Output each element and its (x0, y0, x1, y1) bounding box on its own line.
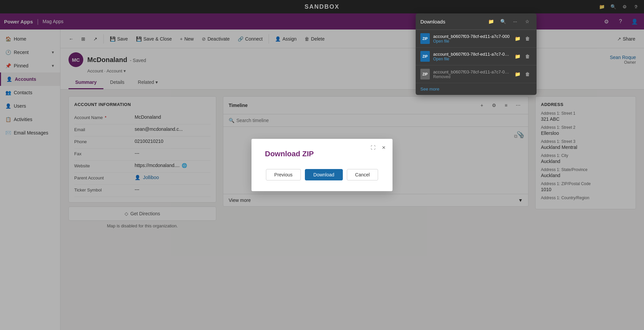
downloads-panel: Downloads 📁 🔍 ··· ☆ ZIP account_b0607f03… (416, 13, 537, 95)
dl-delete-1[interactable]: 🗑 (523, 34, 532, 43)
modal-cancel-button[interactable]: Cancel (347, 169, 378, 180)
downloads-folder-icon[interactable]: 📁 (486, 17, 496, 26)
downloads-more-icon[interactable]: ··· (510, 17, 520, 26)
dl-file-icon-2: ZIP (420, 51, 430, 62)
dl-actions-2: 📁 🗑 (513, 52, 532, 61)
modal-controls: ⛶ ✕ (368, 143, 388, 152)
modal-download-button[interactable]: Download (305, 169, 342, 180)
downloads-search-icon[interactable]: 🔍 (498, 17, 508, 26)
dl-info-2: account_b0607f03-78cf-ed11-a7c7-000d3ae1… (433, 52, 510, 61)
dl-filename-3: account_b0607f03-78cf-ed11-a7c7-000d3ae1… (433, 69, 510, 74)
download-item-1: ZIP account_b0607f03-78cf-ed11-a7c7-000 … (416, 30, 537, 48)
dl-file-icon-1: ZIP (420, 33, 430, 44)
dl-actions-1: 📁 🗑 (513, 34, 532, 43)
modal-buttons: Previous Download Cancel (265, 169, 379, 180)
dl-save-to-folder-3[interactable]: 📁 (513, 70, 522, 78)
dl-filename-2: account_b0607f03-78cf-ed11-a7c7-000d3ae1… (433, 52, 510, 57)
download-item-2: ZIP account_b0607f03-78cf-ed11-a7c7-000d… (416, 48, 537, 65)
downloads-title: Downloads (420, 19, 484, 24)
dl-filename-1: account_b0607f03-78cf-ed11-a7c7-000 (433, 34, 510, 39)
dl-info-1: account_b0607f03-78cf-ed11-a7c7-000 Open… (433, 34, 510, 44)
dl-delete-3[interactable]: 🗑 (523, 70, 532, 78)
modal-title: Download ZIP (265, 150, 379, 158)
dl-status-removed-3: Removed (433, 74, 510, 79)
dl-open-file-1[interactable]: Open file (433, 39, 510, 44)
modal-close-button[interactable]: ✕ (379, 143, 388, 152)
download-item-3: ZIP account_b0607f03-78cf-ed11-a7c7-000d… (416, 65, 537, 83)
dl-file-icon-3: ZIP (420, 69, 430, 79)
modal-overlay: ⛶ ✕ Download ZIP Previous Download Cance… (0, 0, 644, 330)
modal-expand-button[interactable]: ⛶ (368, 143, 378, 152)
see-more-link[interactable]: See more (416, 83, 537, 95)
dl-actions-3: 📁 🗑 (513, 70, 532, 78)
dl-save-to-folder-1[interactable]: 📁 (513, 34, 522, 43)
downloads-pin-icon[interactable]: ☆ (522, 17, 532, 26)
modal-dialog: ⛶ ✕ Download ZIP Previous Download Cance… (251, 139, 393, 191)
dl-delete-2[interactable]: 🗑 (523, 52, 532, 61)
dl-info-3: account_b0607f03-78cf-ed11-a7c7-000d3ae1… (433, 69, 510, 79)
downloads-header: Downloads 📁 🔍 ··· ☆ (416, 13, 537, 30)
dl-save-to-folder-2[interactable]: 📁 (513, 52, 522, 61)
dl-open-file-2[interactable]: Open file (433, 57, 510, 61)
modal-previous-button[interactable]: Previous (266, 169, 301, 180)
